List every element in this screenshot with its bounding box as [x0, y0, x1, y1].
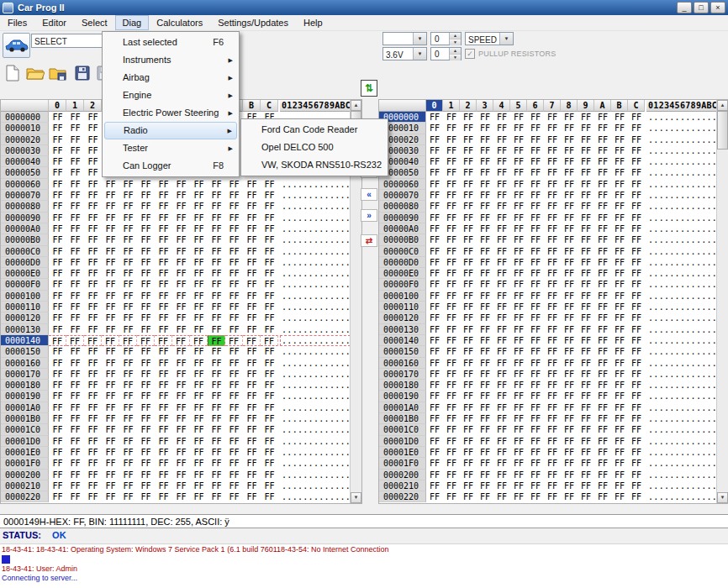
hex-cell[interactable]: FF — [544, 190, 561, 201]
hex-cell[interactable]: FF — [190, 436, 208, 447]
hex-cell[interactable]: FF — [190, 268, 208, 279]
hex-cell[interactable]: FF — [137, 291, 155, 302]
hex-cell[interactable]: FF — [84, 134, 102, 145]
hex-cell[interactable]: FF — [443, 213, 460, 223]
ascii-cell[interactable]: ............. — [646, 335, 717, 346]
row-address[interactable]: 00000C0 — [1, 246, 49, 257]
new-file-button[interactable] — [2, 62, 23, 84]
row-address[interactable]: 00001A0 — [379, 402, 426, 413]
hex-cell[interactable]: FF — [443, 480, 460, 491]
hex-cell[interactable]: FF — [84, 335, 102, 346]
hex-cell[interactable]: FF — [493, 291, 510, 302]
hex-cell[interactable]: FF — [594, 123, 611, 134]
hex-cell[interactable]: FF — [477, 391, 493, 402]
hex-cell[interactable]: FF — [155, 302, 172, 312]
hex-cell[interactable]: FF — [243, 213, 261, 223]
row-address[interactable]: 00000F0 — [379, 279, 426, 290]
hex-cell[interactable]: FF — [460, 112, 477, 123]
row-address[interactable]: 0000070 — [379, 190, 426, 201]
hex-cell[interactable]: FF — [225, 291, 243, 302]
ascii-cell[interactable]: ............. — [646, 123, 717, 134]
hex-cell[interactable]: FF — [443, 413, 460, 424]
hex-cell[interactable]: FF — [544, 413, 561, 424]
hex-cell[interactable]: FF — [190, 201, 208, 212]
hex-cell[interactable]: FF — [493, 491, 510, 502]
hex-cell[interactable]: FF — [208, 480, 225, 491]
hex-cell[interactable]: FF — [49, 246, 66, 257]
scroll-down-icon[interactable]: ▼ — [717, 492, 728, 503]
hex-cell[interactable]: FF — [243, 312, 261, 323]
hex-cell[interactable]: FF — [155, 358, 172, 369]
hex-cell[interactable]: FF — [190, 369, 208, 380]
hex-cell[interactable]: FF — [493, 223, 510, 234]
hex-cell[interactable]: FF — [155, 391, 172, 402]
hex-cell[interactable]: FF — [261, 312, 278, 323]
hex-cell[interactable]: FF — [426, 145, 443, 156]
hex-cell[interactable]: FF — [261, 234, 278, 245]
hex-cell[interactable]: FF — [527, 491, 544, 502]
hex-cell[interactable]: FF — [137, 436, 155, 447]
hex-cell[interactable]: FF — [243, 402, 261, 413]
row-address[interactable]: 00001A0 — [1, 402, 49, 413]
hex-cell[interactable]: FF — [155, 470, 172, 480]
hex-cell[interactable]: FF — [49, 223, 66, 234]
row-address[interactable]: 00001C0 — [379, 424, 426, 435]
hex-cell[interactable]: FF — [225, 223, 243, 234]
dropdown-arrow-icon[interactable]: ▼ — [413, 48, 426, 60]
hex-cell[interactable]: FF — [102, 223, 119, 234]
hex-cell[interactable]: FF — [49, 436, 66, 447]
hex-cell[interactable]: FF — [527, 268, 544, 279]
hex-cell[interactable]: FF — [155, 179, 172, 190]
hex-cell[interactable]: FF — [225, 257, 243, 268]
row-address[interactable]: 0000100 — [379, 291, 426, 302]
hex-cell[interactable]: FF — [243, 480, 261, 491]
hex-cell[interactable]: FF — [243, 223, 261, 234]
spinner-bottom[interactable]: 0 ▲ ▼ — [430, 47, 462, 60]
hex-cell[interactable]: FF — [544, 134, 561, 145]
hex-cell[interactable]: FF — [510, 458, 527, 469]
hex-cell[interactable]: FF — [261, 402, 278, 413]
hex-cell[interactable]: FF — [544, 369, 561, 380]
dropdown-arrow-icon[interactable]: ▼ — [413, 33, 426, 45]
ascii-cell[interactable]: ............. — [646, 346, 717, 357]
hex-cell[interactable]: FF — [477, 413, 493, 424]
hex-cell[interactable]: FF — [49, 346, 66, 357]
hex-cell[interactable]: FF — [426, 346, 443, 357]
hex-cell[interactable]: FF — [426, 302, 443, 312]
menu-item-calculators[interactable]: Calculators — [149, 15, 210, 30]
ascii-cell[interactable]: ............. — [646, 268, 717, 279]
hex-cell[interactable]: FF — [66, 246, 84, 257]
ascii-cell[interactable]: ............. — [646, 145, 717, 156]
hex-cell[interactable]: FF — [137, 201, 155, 212]
hex-cell[interactable]: FF — [225, 302, 243, 312]
ascii-cell[interactable]: ............. — [646, 324, 717, 335]
hex-cell[interactable]: FF — [611, 268, 628, 279]
hex-cell[interactable]: FF — [611, 369, 628, 380]
hex-cell[interactable]: FF — [578, 156, 594, 167]
hex-cell[interactable]: FF — [208, 268, 225, 279]
hex-cell[interactable]: FF — [510, 312, 527, 323]
hex-cell[interactable]: FF — [225, 480, 243, 491]
hex-cell[interactable]: FF — [493, 358, 510, 369]
hex-cell[interactable]: FF — [155, 234, 172, 245]
hex-cell[interactable]: FF — [102, 268, 119, 279]
hex-cell[interactable]: FF — [628, 391, 645, 402]
hex-cell[interactable]: FF — [84, 380, 102, 391]
hex-cell[interactable]: FF — [544, 480, 561, 491]
hex-cell[interactable]: FF — [561, 234, 578, 245]
hex-cell[interactable]: FF — [594, 346, 611, 357]
hex-cell[interactable]: FF — [84, 491, 102, 502]
hex-cell[interactable]: FF — [172, 480, 190, 491]
hex-cell[interactable]: FF — [527, 413, 544, 424]
hex-cell[interactable]: FF — [137, 424, 155, 435]
hex-cell[interactable]: FF — [510, 223, 527, 234]
hex-cell[interactable]: FF — [527, 123, 544, 134]
hex-cell[interactable]: FF — [190, 413, 208, 424]
row-address[interactable]: 00001C0 — [1, 424, 49, 435]
hex-cell[interactable]: FF — [261, 213, 278, 223]
hex-cell[interactable]: FF — [426, 491, 443, 502]
hex-cell[interactable]: FF — [261, 279, 278, 290]
hex-cell[interactable]: FF — [155, 279, 172, 290]
hex-cell[interactable]: FF — [84, 391, 102, 402]
row-address[interactable]: 0000220 — [379, 491, 426, 502]
